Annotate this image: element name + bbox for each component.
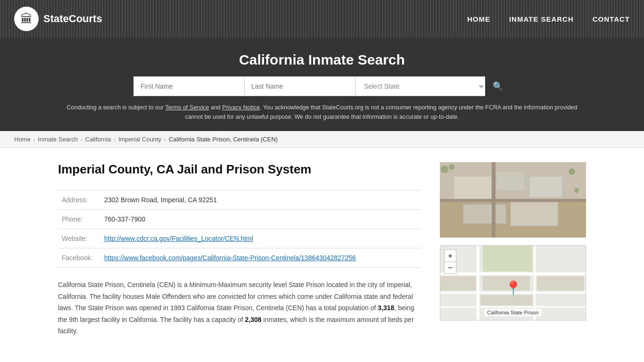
content-right: + − 📍 California State Prison: [440, 162, 586, 337]
sep-2: ›: [81, 137, 83, 142]
svg-rect-8: [492, 162, 495, 238]
logo-icon: 🏛: [14, 7, 39, 31]
search-bar: Select State California Texas Florida 🔍: [133, 76, 511, 96]
map-zoom-in[interactable]: +: [444, 249, 456, 262]
hero-section: California Inmate Search Select State Ca…: [0, 38, 644, 131]
last-name-input[interactable]: [244, 76, 355, 96]
breadcrumb-inmate-search[interactable]: Inmate Search: [38, 136, 78, 143]
svg-rect-3: [496, 172, 525, 190]
svg-rect-22: [440, 276, 476, 290]
facility-description: California State Prison, Centinela (CEN)…: [58, 279, 421, 337]
sep-1: ›: [33, 137, 35, 142]
nav-inmate-search[interactable]: INMATE SEARCH: [509, 15, 574, 23]
svg-point-10: [449, 164, 454, 170]
nav-home[interactable]: HOME: [467, 15, 490, 23]
website-row: Website: http://www.cdcr.ca.gov/Faciliti…: [58, 229, 421, 248]
hero-title: California Inmate Search: [9, 52, 635, 68]
phone-label: Phone:: [58, 210, 100, 229]
search-button[interactable]: 🔍: [485, 76, 511, 96]
svg-point-11: [569, 168, 575, 175]
desc-part-1: California State Prison, Centinela (CEN)…: [58, 281, 413, 312]
svg-rect-20: [480, 295, 532, 305]
svg-rect-21: [537, 276, 584, 290]
phone-value: 760-337-7900: [100, 210, 421, 229]
breadcrumb: Home › Inmate Search › California › Impe…: [0, 131, 644, 148]
address-value: 2302 Brown Road, Imperial, CA 92251: [100, 190, 421, 210]
website-link[interactable]: http://www.cdcr.ca.gov/Facilities_Locato…: [104, 235, 253, 242]
facility-aerial-image: [440, 162, 586, 238]
logo-area[interactable]: 🏛 StateCourts: [14, 7, 102, 31]
sep-3: ›: [114, 137, 116, 142]
svg-point-9: [441, 165, 448, 173]
privacy-link[interactable]: Privacy Notice: [222, 104, 260, 111]
capacity-value: 2,308: [245, 316, 262, 323]
sep-4: ›: [164, 137, 166, 142]
facebook-value: https://www.facebook.com/pages/Californi…: [100, 248, 421, 268]
svg-point-12: [574, 188, 579, 193]
main-nav: HOME INMATE SEARCH CONTACT: [467, 15, 630, 23]
first-name-input[interactable]: [133, 76, 244, 96]
header: 🏛 StateCourts HOME INMATE SEARCH CONTACT: [0, 0, 644, 38]
facebook-link[interactable]: https://www.facebook.com/pages/Californi…: [104, 254, 356, 262]
svg-rect-4: [529, 176, 562, 197]
page-heading: Imperial County, CA Jail and Prison Syst…: [58, 162, 421, 177]
state-select[interactable]: Select State California Texas Florida: [355, 76, 485, 96]
svg-rect-5: [463, 205, 506, 223]
nav-contact[interactable]: CONTACT: [593, 15, 630, 23]
address-row: Address: 2302 Brown Road, Imperial, CA 9…: [58, 190, 421, 210]
main-content: Imperial County, CA Jail and Prison Syst…: [39, 148, 605, 356]
facility-map: + − 📍 California State Prison: [440, 245, 586, 321]
breadcrumb-imperial-county[interactable]: Imperial County: [118, 136, 161, 143]
facility-info-table: Address: 2302 Brown Road, Imperial, CA 9…: [58, 190, 421, 268]
map-controls: + −: [444, 249, 456, 274]
aerial-svg: [440, 162, 586, 238]
population-value: 3,318: [378, 304, 394, 312]
breadcrumb-current: California State Prison, Centinela (CEN): [169, 136, 278, 143]
svg-rect-7: [440, 199, 586, 202]
phone-row: Phone: 760-337-7900: [58, 210, 421, 229]
svg-rect-2: [454, 176, 492, 200]
svg-rect-23: [483, 246, 532, 272]
address-label: Address:: [58, 190, 100, 210]
disclaimer-text: Conducting a search is subject to our Te…: [63, 103, 581, 122]
terms-link[interactable]: Terms of Service: [165, 104, 209, 111]
facebook-label: Facebook:: [58, 248, 100, 268]
map-pin: 📍: [504, 280, 522, 296]
facebook-row: Facebook: https://www.facebook.com/pages…: [58, 248, 421, 268]
website-label: Website:: [58, 229, 100, 248]
website-value: http://www.cdcr.ca.gov/Facilities_Locato…: [100, 229, 421, 248]
site-name: StateCourts: [43, 13, 102, 25]
breadcrumb-california[interactable]: California: [85, 136, 111, 143]
breadcrumb-home[interactable]: Home: [14, 136, 31, 143]
map-label: California State Prison: [484, 309, 541, 316]
svg-rect-6: [511, 202, 558, 226]
map-zoom-out[interactable]: −: [444, 262, 456, 274]
content-left: Imperial County, CA Jail and Prison Syst…: [58, 162, 421, 337]
